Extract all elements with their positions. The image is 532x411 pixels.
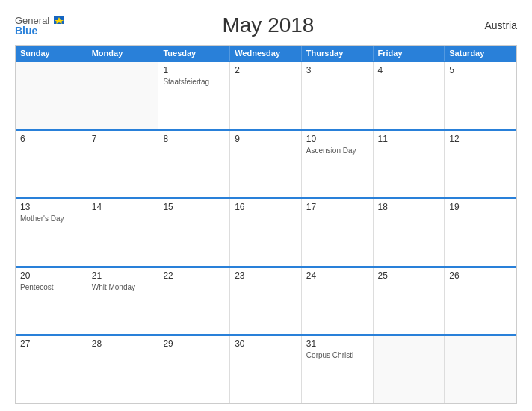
day-number: 7 (92, 134, 154, 144)
day-number: 13 (20, 202, 82, 212)
calendar-cell: 6 (16, 131, 87, 198)
day-number: 22 (163, 271, 225, 281)
day-number: 27 (20, 339, 82, 349)
calendar-cell: 11 (374, 131, 445, 198)
calendar-cell: 23 (230, 268, 302, 335)
day-number: 28 (92, 339, 154, 349)
calendar-week-5: 2728293031Corpus Christi (16, 334, 516, 403)
day-number: 30 (235, 339, 297, 349)
day-number: 25 (378, 271, 440, 281)
calendar-cell: 24 (302, 268, 374, 335)
page-header: General Blue May 2018 Austria (15, 13, 517, 37)
day-number: 18 (378, 202, 440, 212)
calendar-cell: 22 (158, 268, 230, 335)
calendar-cell: 13Mother's Day (16, 199, 87, 266)
logo-flag-icon (54, 16, 64, 24)
day-number: 5 (449, 65, 512, 75)
day-number: 24 (306, 271, 368, 281)
calendar-cell: 2 (230, 62, 302, 129)
header-wednesday: Wednesday (230, 46, 302, 61)
calendar-cell: 17 (302, 199, 374, 266)
holiday-name: Pentecost (20, 282, 82, 292)
day-number: 10 (306, 134, 368, 144)
header-tuesday: Tuesday (158, 46, 230, 61)
calendar-cell: 27 (16, 336, 87, 403)
calendar-cell: 9 (230, 131, 302, 198)
day-number: 12 (449, 134, 512, 144)
header-monday: Monday (87, 46, 159, 61)
day-number: 9 (235, 134, 297, 144)
day-number: 16 (235, 202, 297, 212)
calendar-cell (374, 336, 445, 403)
calendar-cell (16, 62, 87, 129)
calendar-cell: 30 (230, 336, 302, 403)
day-number: 17 (306, 202, 368, 212)
holiday-name: Corpus Christi (306, 350, 368, 360)
calendar-cell: 14 (87, 199, 159, 266)
day-number: 2 (235, 65, 297, 75)
header-thursday: Thursday (302, 46, 374, 61)
day-number: 15 (163, 202, 225, 212)
day-number: 6 (20, 134, 82, 144)
calendar-cell: 4 (374, 62, 445, 129)
calendar-week-4: 20Pentecost21Whit Monday2223242526 (16, 266, 516, 335)
calendar-cell: 1Staatsfeiertag (158, 62, 230, 129)
calendar-page: General Blue May 2018 Austria Sunday Mon… (0, 0, 532, 411)
calendar-body: 1Staatsfeiertag2345678910Ascension Day11… (16, 61, 516, 403)
day-number: 23 (235, 271, 297, 281)
day-number: 26 (449, 271, 512, 281)
day-number: 11 (378, 134, 440, 144)
calendar-cell: 20Pentecost (16, 268, 87, 335)
logo-general-text: General (15, 16, 64, 25)
calendar-cell: 21Whit Monday (87, 268, 159, 335)
day-number: 8 (163, 134, 225, 144)
header-friday: Friday (374, 46, 445, 61)
calendar-cell: 31Corpus Christi (302, 336, 374, 403)
calendar-cell: 28 (87, 336, 159, 403)
calendar-cell: 7 (87, 131, 159, 198)
logo: General Blue (15, 16, 64, 36)
day-number: 3 (306, 65, 368, 75)
calendar-cell: 19 (445, 199, 516, 266)
calendar-title: May 2018 (64, 13, 472, 37)
holiday-name: Ascension Day (306, 146, 368, 155)
day-number: 14 (92, 202, 154, 212)
calendar-cell: 10Ascension Day (302, 131, 374, 198)
country-label: Austria (472, 19, 517, 31)
logo-blue-text: Blue (15, 25, 64, 36)
calendar-header-row: Sunday Monday Tuesday Wednesday Thursday… (16, 46, 516, 61)
calendar-cell: 18 (374, 199, 445, 266)
holiday-name: Staatsfeiertag (163, 77, 225, 87)
calendar-cell: 12 (445, 131, 516, 198)
holiday-name: Mother's Day (20, 214, 82, 223)
calendar-cell: 5 (445, 62, 516, 129)
day-number: 21 (92, 271, 154, 281)
day-number: 29 (163, 339, 225, 349)
calendar-cell: 15 (158, 199, 230, 266)
calendar-cell: 8 (158, 131, 230, 198)
calendar-cell (87, 62, 159, 129)
holiday-name: Whit Monday (92, 282, 154, 292)
calendar-grid: Sunday Monday Tuesday Wednesday Thursday… (15, 45, 517, 404)
calendar-cell: 29 (158, 336, 230, 403)
day-number: 20 (20, 271, 82, 281)
calendar-cell: 25 (374, 268, 445, 335)
day-number: 31 (306, 339, 368, 349)
day-number: 19 (449, 202, 512, 212)
header-saturday: Saturday (445, 46, 516, 61)
calendar-cell (445, 336, 516, 403)
calendar-week-3: 13Mother's Day141516171819 (16, 197, 516, 266)
calendar-cell: 26 (445, 268, 516, 335)
day-number: 4 (378, 65, 440, 75)
calendar-week-2: 678910Ascension Day1112 (16, 129, 516, 198)
day-number: 1 (163, 65, 225, 75)
calendar-week-1: 1Staatsfeiertag2345 (16, 61, 516, 129)
calendar-cell: 16 (230, 199, 302, 266)
calendar-cell: 3 (302, 62, 374, 129)
header-sunday: Sunday (16, 46, 87, 61)
